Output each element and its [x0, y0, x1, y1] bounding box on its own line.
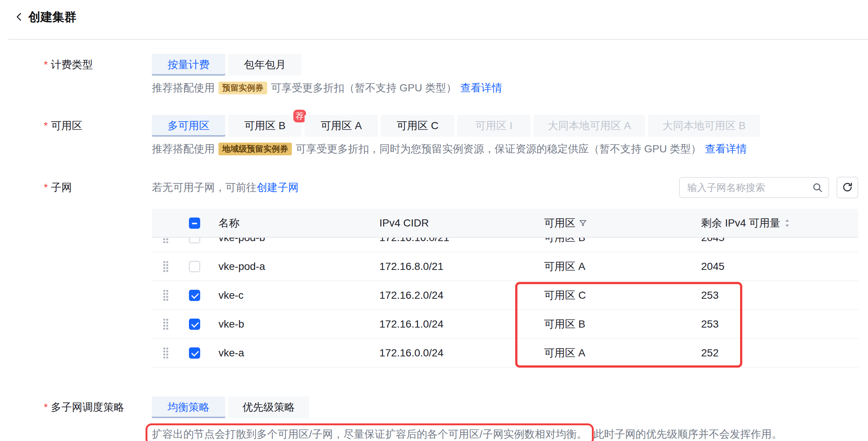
option-label: 可用区 A: [321, 119, 362, 133]
subnet-available: 253: [692, 318, 858, 330]
option-label: 包年包月: [244, 58, 286, 72]
subnet-section: * 子网 若无可用子网，可前往创建子网: [0, 177, 858, 368]
select-all-checkbox[interactable]: [189, 218, 200, 229]
field-label-text: 子网: [51, 180, 72, 195]
annotation-note-highlight: 扩容出的节点会打散到多个可用区/子网，尽量保证扩容后的各个可用区/子网实例数相对…: [146, 423, 594, 441]
refresh-button[interactable]: [837, 177, 858, 198]
zone-option-datong-local-b: 大同本地可用区 B: [648, 115, 760, 137]
table-row: vke-c 172.16.2.0/24 可用区 C 253: [152, 281, 858, 310]
column-header-available: 剩余 IPv4 可用量: [701, 216, 780, 230]
table-body: vke-pod-b 172.16.16.0/21 可用区 B 2045 vke-…: [152, 238, 858, 368]
option-label: 按量计费: [168, 58, 210, 72]
divider: [8, 39, 868, 40]
option-label: 优先级策略: [242, 400, 295, 414]
billing-note: 推荐搭配使用 预留实例券 可享受更多折扣（暂不支持 GPU 类型） 查看详情: [152, 81, 858, 95]
field-label-text: 可用区: [51, 115, 82, 137]
option-label: 可用区 C: [397, 119, 438, 133]
subnet-zone: 可用区 B: [535, 238, 692, 245]
subnet-name: vke-a: [210, 347, 370, 359]
subnet-table: 名称 IPv4 CIDR 可用区 剩余 IPv4 可用量: [152, 209, 858, 368]
option-label: 大同本地可用区 B: [662, 119, 745, 133]
field-label-text: 多子网调度策略: [51, 396, 124, 418]
row-checkbox[interactable]: [189, 261, 200, 272]
table-header: 名称 IPv4 CIDR 可用区 剩余 IPv4 可用量: [152, 209, 858, 238]
search-input[interactable]: [679, 177, 829, 198]
scheduling-options: 均衡策略 优先级策略: [152, 396, 858, 418]
hint-text: 若无可用子网，可前往: [152, 182, 257, 193]
subnet-available: 2045: [692, 261, 858, 273]
required-marker: *: [44, 54, 48, 76]
page-header: 创建集群: [14, 9, 76, 25]
reserved-instance-badge: 预留实例券: [218, 82, 267, 94]
zone-option-a[interactable]: 可用区 A: [305, 115, 378, 137]
billing-option-subscription[interactable]: 包年包月: [228, 54, 302, 76]
subnet-zone: 可用区 A: [535, 259, 692, 274]
row-checkbox[interactable]: [189, 347, 200, 359]
table-row: vke-a 172.16.0.0/24 可用区 A 252: [152, 339, 858, 368]
zone-options: 多可用区 可用区 B 荐 可用区 A 可用区 C 可用区 I 大同本地可用区 A: [152, 115, 858, 137]
drag-handle[interactable]: [163, 318, 169, 330]
table-row: vke-pod-a 172.16.8.0/21 可用区 A 2045: [152, 252, 858, 281]
zone-filter-icon[interactable]: [578, 219, 587, 228]
view-details-link[interactable]: 查看详情: [705, 142, 747, 156]
scheduling-option-priority[interactable]: 优先级策略: [228, 396, 309, 418]
billing-section: * 计费类型 按量计费 包年包月 推荐搭配使用 预留实例券 可享受更多折扣（暂不…: [0, 54, 858, 95]
row-checkbox[interactable]: [189, 238, 200, 243]
search-icon: [812, 182, 823, 193]
subnet-zone: 可用区 B: [535, 317, 692, 331]
subnet-zone: 可用区 A: [535, 346, 692, 360]
note-text: 推荐搭配使用: [152, 142, 215, 156]
scheduling-option-balanced[interactable]: 均衡策略: [152, 396, 225, 418]
field-label-subnet: * 子网: [0, 177, 152, 195]
subnet-name: vke-pod-b: [210, 238, 370, 244]
row-checkbox[interactable]: [189, 290, 200, 301]
field-label-billing: * 计费类型: [0, 54, 152, 76]
option-label: 大同本地可用区 A: [548, 119, 631, 133]
create-subnet-link[interactable]: 创建子网: [257, 182, 299, 193]
create-cluster-page: 创建集群 * 计费类型 按量计费 包年包月 推荐搭配使用 预留实例券 可享受更多…: [0, 0, 868, 441]
required-marker: *: [44, 396, 48, 418]
field-label-zone: * 可用区: [0, 115, 152, 137]
drag-handle[interactable]: [163, 289, 169, 301]
zone-section: * 可用区 多可用区 可用区 B 荐 可用区 A 可用区 C 可用区 I: [0, 115, 858, 156]
billing-option-paygo[interactable]: 按量计费: [152, 54, 225, 76]
chevron-left-icon: [14, 11, 24, 24]
zone-option-datong-local-a: 大同本地可用区 A: [534, 115, 645, 137]
note-text: 此时子网的优先级顺序并不会发挥作用。: [594, 428, 782, 440]
recommended-badge: 荐: [293, 110, 306, 122]
page-title: 创建集群: [28, 9, 76, 25]
subnet-search: [679, 177, 829, 198]
column-header-cidr: IPv4 CIDR: [370, 217, 535, 229]
note-text: 可享受更多折扣，同时为您预留实例资源，保证资源的稳定供应（暂不支持 GPU 类型…: [296, 142, 701, 156]
view-details-link[interactable]: 查看详情: [460, 81, 502, 95]
subnet-name: vke-b: [210, 318, 370, 330]
drag-handle[interactable]: [163, 238, 169, 244]
subnet-available: 2045: [692, 238, 858, 244]
available-sort-icon[interactable]: [783, 218, 791, 228]
zone-note: 推荐搭配使用 地域级预留实例券 可享受更多折扣，同时为您预留实例资源，保证资源的…: [152, 142, 858, 156]
required-marker: *: [44, 180, 48, 195]
zone-option-multi[interactable]: 多可用区: [152, 115, 225, 137]
subnet-toolbar: 若无可用子网，可前往创建子网: [152, 177, 858, 198]
scheduling-section: * 多子网调度策略 均衡策略 优先级策略 扩容出的节点会打散到多个可用区/子网，…: [0, 396, 858, 441]
zone-option-b[interactable]: 可用区 B 荐: [228, 115, 302, 137]
subnet-name: vke-c: [210, 289, 370, 301]
drag-handle[interactable]: [163, 347, 169, 359]
subnet-available: 253: [692, 289, 858, 301]
refresh-icon: [842, 182, 853, 194]
subnet-name: vke-pod-a: [210, 261, 370, 273]
column-header-name: 名称: [210, 216, 370, 230]
row-checkbox[interactable]: [189, 319, 200, 330]
subnet-cidr: 172.16.2.0/24: [370, 289, 535, 301]
note-text: 推荐搭配使用: [152, 81, 215, 95]
field-label-text: 计费类型: [51, 54, 93, 76]
field-label-scheduling: * 多子网调度策略: [0, 396, 152, 418]
back-button[interactable]: [14, 11, 24, 24]
drag-handle[interactable]: [163, 261, 169, 273]
scheduling-note: 扩容出的节点会打散到多个可用区/子网，尽量保证扩容后的各个可用区/子网实例数相对…: [152, 423, 858, 441]
option-label: 可用区 B: [244, 119, 285, 133]
subnet-hint: 若无可用子网，可前往创建子网: [152, 177, 299, 198]
required-marker: *: [44, 115, 48, 137]
note-text: 可享受更多折扣（暂不支持 GPU 类型）: [271, 81, 456, 95]
zone-option-c[interactable]: 可用区 C: [381, 115, 454, 137]
